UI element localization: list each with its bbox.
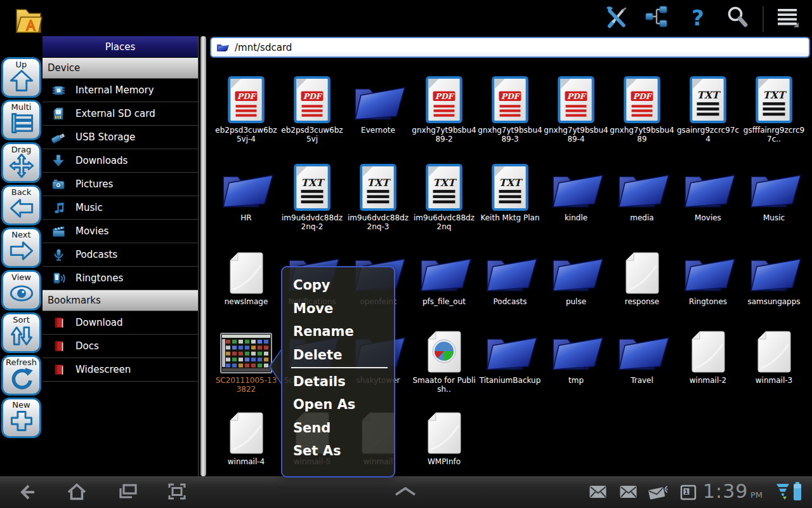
file-item-gnxhg7yt9bsbu489-3[interactable]: PDFgnxhg7yt9bsbu489-3 (477, 71, 543, 144)
folder-icon (482, 321, 538, 373)
places-item-music[interactable]: Music (43, 196, 198, 220)
places-item-podcasts[interactable]: Podcasts (43, 243, 198, 267)
email-notification-icon[interactable] (619, 484, 638, 504)
file-item-wmpinfo[interactable]: WMPInfo (411, 403, 477, 466)
context-menu-item-rename[interactable]: Rename (282, 320, 394, 344)
screenshot-nav-button[interactable] (166, 481, 188, 504)
search-icon (726, 5, 751, 33)
places-item-docs[interactable]: Docs (43, 335, 198, 358)
network-button[interactable] (644, 6, 671, 32)
rail-button-multi[interactable]: Multi (1, 100, 41, 140)
file-item-music[interactable]: Music (741, 159, 807, 222)
file-item-smaato-for-publish[interactable]: Smaato for Publish.. (411, 321, 477, 394)
file-item-newsimage[interactable]: newsImage (213, 243, 279, 306)
context-menu-separator (291, 367, 388, 368)
up-icon (9, 70, 34, 95)
context-menu-item-delete[interactable]: Delete (282, 344, 394, 367)
context-menu-item-set-as[interactable]: Set As (282, 439, 394, 463)
current-path: /mnt/sdcard (235, 42, 292, 53)
chevron-up-icon[interactable] (393, 486, 417, 499)
email-notification-icon[interactable] (589, 484, 608, 504)
file-item-pulse[interactable]: pulse (543, 243, 609, 306)
file-item-travel[interactable]: Travel (609, 321, 675, 385)
email-at-notification-icon[interactable]: @ (648, 484, 667, 504)
rail-button-sort[interactable]: Sort (1, 312, 41, 353)
places-item-pictures[interactable]: Pictures (43, 173, 198, 196)
context-menu-item-details[interactable]: Details (282, 370, 394, 393)
context-menu-pointer (269, 349, 282, 385)
menu-button[interactable] (775, 6, 801, 32)
file-item-samsungapps[interactable]: samsungapps (741, 243, 807, 306)
file-item-pfs-file-out[interactable]: pfs_file_out (411, 243, 477, 306)
file-item-evernote[interactable]: Evernote (345, 71, 411, 135)
places-item-label: Download (75, 317, 123, 328)
svg-text:PDF: PDF (237, 91, 257, 101)
file-item-movies[interactable]: Movies (675, 159, 741, 222)
places-item-internal-memory[interactable]: Internal Memory (43, 79, 198, 102)
context-menu-item-open-as[interactable]: Open As (282, 393, 394, 417)
file-item-tmp[interactable]: tmp (543, 321, 609, 385)
file-item-kindle[interactable]: kindle (543, 159, 609, 222)
places-item-ringtones[interactable]: Ringtones (43, 267, 198, 290)
search-button[interactable] (725, 6, 752, 32)
file-item-podcasts[interactable]: Podcasts (477, 243, 543, 306)
panel-resize-handle[interactable] (200, 36, 206, 476)
file-item-gnxhg7yt9bsbu489-4[interactable]: PDFgnxhg7yt9bsbu489-4 (543, 71, 609, 144)
file-file-icon (427, 403, 461, 455)
svg-text:1: 1 (684, 489, 688, 495)
rail-button-up[interactable]: Up (1, 57, 41, 98)
file-item-im9u6dvdc88dz2nq[interactable]: TXTim9u6dvdc88dz2nq (411, 159, 477, 231)
context-menu-item-move[interactable]: Move (282, 297, 394, 321)
file-item-eb2psd3cuw6bz5vj[interactable]: PDFeb2psd3cuw6bz5vj (279, 71, 345, 144)
screenshot-file-icon (220, 321, 272, 373)
file-item-label: gnxhg7yt9bsbu489 (610, 126, 674, 144)
rail-button-view[interactable]: View (1, 270, 41, 311)
file-item-keith-mktg-plan[interactable]: TXTKeith Mktg Plan (477, 159, 543, 222)
file-item-winmail-4[interactable]: winmail-4 (213, 403, 279, 466)
file-item-label: eb2psd3cuw6bz5vj-4 (214, 126, 278, 144)
download-icon (49, 152, 68, 169)
path-bar[interactable]: /mnt/sdcard (210, 37, 810, 58)
folder-icon (548, 159, 604, 211)
music-icon (49, 199, 68, 216)
back-nav-button[interactable] (15, 481, 38, 504)
rail-button-next[interactable]: Next (1, 227, 41, 268)
file-item-response[interactable]: response (609, 243, 675, 306)
file-item-gsfffainrg9zcrc97c[interactable]: TXTgsfffainrg9zcrc97c.. (741, 71, 807, 144)
file-item-ringtones[interactable]: Ringtones (675, 243, 741, 306)
rail-button-new[interactable]: New (1, 398, 41, 438)
file-item-hr[interactable]: HR (213, 159, 279, 222)
calendar-notification-icon[interactable]: 1 (680, 484, 699, 504)
file-item-winmail-3[interactable]: winmail-3 (741, 321, 807, 385)
places-item-widescreen[interactable]: Widescreen (43, 358, 198, 382)
places-item-external-sd-card[interactable]: External SD card (43, 102, 198, 126)
places-item-downloads[interactable]: Downloads (43, 149, 198, 173)
help-button[interactable]: ? (684, 6, 711, 32)
home-nav-button[interactable] (65, 481, 88, 504)
file-item-titaniumbackup[interactable]: TitaniumBackup (477, 321, 543, 385)
file-item-label: Keith Mktg Plan (480, 213, 539, 222)
rail-button-refresh[interactable]: Refresh (1, 355, 41, 396)
file-item-media[interactable]: media (609, 159, 675, 222)
file-item-gnxhg7yt9bsbu489[interactable]: PDFgnxhg7yt9bsbu489 (609, 71, 675, 144)
places-item-movies[interactable]: Movies (43, 220, 198, 243)
places-item-usb-storage[interactable]: USB Storage (43, 126, 198, 149)
file-item-gsainrg9zcrc97c4[interactable]: TXTgsainrg9zcrc97c4 (675, 71, 741, 144)
file-item-gnxhg7yt9bsbu489-2[interactable]: PDFgnxhg7yt9bsbu489-2 (411, 71, 477, 144)
recents-nav-button[interactable] (116, 481, 139, 504)
file-item-label: Movies (695, 213, 721, 222)
context-menu-item-send[interactable]: Send (282, 417, 394, 440)
clock[interactable]: 1:39 (703, 480, 748, 502)
context-menu-item-copy[interactable]: Copy (282, 274, 394, 297)
file-item-label: Evernote (361, 126, 395, 135)
places-item-download[interactable]: Download (43, 311, 198, 335)
file-item-winmail-2[interactable]: winmail-2 (675, 321, 741, 385)
file-file-icon (625, 243, 659, 295)
rail-button-back[interactable]: Back (1, 185, 41, 225)
astro-app-icon[interactable] (13, 2, 43, 35)
file-item-im9u6dvdc88dz2nq-3[interactable]: TXTim9u6dvdc88dz2nq-3 (345, 159, 411, 231)
tools-button[interactable] (603, 6, 630, 32)
file-item-eb2psd3cuw6bz5vj-4[interactable]: PDFeb2psd3cuw6bz5vj-4 (213, 71, 279, 144)
rail-button-drag[interactable]: Drag (1, 142, 41, 183)
file-item-im9u6dvdc88dz2nq-2[interactable]: TXTim9u6dvdc88dz2nq-2 (279, 159, 345, 231)
